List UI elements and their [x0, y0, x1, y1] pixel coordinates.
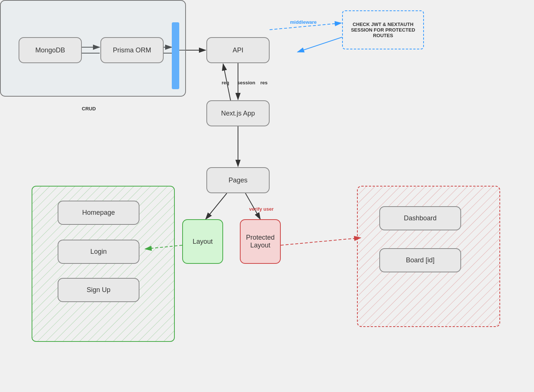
mongodb-node: MongoDB — [19, 37, 82, 63]
verify-user-label: verify user — [249, 206, 274, 212]
req-label: req — [222, 80, 229, 85]
login-label: Login — [90, 248, 107, 256]
homepage-node: Homepage — [58, 201, 139, 225]
board-node: Board [id] — [379, 248, 461, 272]
svg-line-18 — [281, 238, 361, 245]
pages-node: Pages — [206, 167, 270, 193]
dashboard-label: Dashboard — [404, 214, 437, 222]
signup-node: Sign Up — [58, 278, 139, 302]
svg-line-13 — [206, 193, 227, 219]
crud-label: CRUD — [82, 106, 96, 111]
signup-label: Sign Up — [87, 286, 110, 294]
prisma-node: Prisma ORM — [100, 37, 164, 63]
protected-layout-node: Protected Layout — [240, 219, 281, 264]
session-label: session — [237, 80, 255, 85]
middleware-text: CHECK JWT & NEXTAUTH SESSION FOR PROTECT… — [351, 22, 415, 38]
layout-node: Layout — [182, 219, 223, 264]
svg-line-16 — [297, 37, 342, 52]
res-label: res — [260, 80, 268, 85]
prisma-label: Prisma ORM — [113, 46, 151, 54]
mongodb-label: MongoDB — [35, 46, 65, 54]
homepage-label: Homepage — [82, 209, 115, 217]
nextjs-node: Next.js App — [206, 100, 270, 126]
board-label: Board [id] — [406, 256, 434, 264]
protected-layout-label: Protected Layout — [246, 234, 274, 249]
pages-label: Pages — [228, 176, 247, 184]
layout-label: Layout — [193, 238, 213, 246]
middleware-label: middleware — [290, 19, 317, 25]
api-label: API — [232, 46, 243, 54]
middleware-node: CHECK JWT & NEXTAUTH SESSION FOR PROTECT… — [342, 10, 424, 49]
api-node: API — [206, 37, 270, 63]
diagram-canvas: CRUD MongoDB Prisma ORM API middleware C… — [0, 0, 534, 392]
login-node: Login — [58, 240, 139, 264]
dashboard-node: Dashboard — [379, 206, 461, 230]
nextjs-label: Next.js App — [221, 110, 255, 117]
